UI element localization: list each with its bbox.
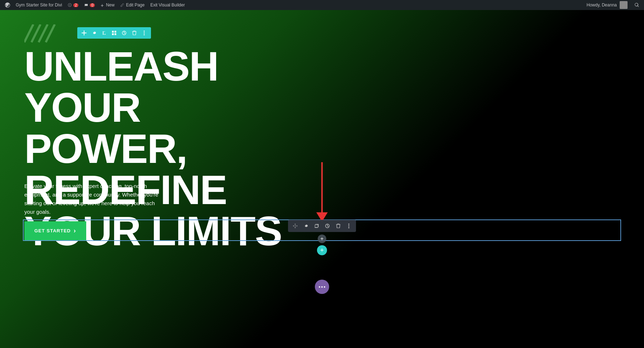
- section-settings-button[interactable]: [89, 28, 99, 38]
- svg-point-17: [321, 286, 323, 287]
- svg-rect-7: [114, 33, 116, 35]
- slash-marks-decoration: [24, 24, 57, 46]
- more-options-button[interactable]: [315, 280, 329, 294]
- wp-logo[interactable]: [2, 0, 13, 10]
- search-admin[interactable]: [632, 0, 642, 10]
- arrow-shaft: [321, 162, 323, 212]
- page-canvas: UNLEASH YOUR POWER, REDEFINE YOUR LIMITS…: [0, 10, 644, 348]
- new-content-menu[interactable]: + New: [98, 0, 117, 10]
- add-module-button[interactable]: +: [317, 245, 327, 255]
- svg-point-10: [144, 33, 145, 34]
- module-toolbar: [288, 220, 356, 232]
- updates-menu[interactable]: 2: [65, 0, 81, 10]
- module-more-button[interactable]: [344, 221, 354, 231]
- svg-point-9: [144, 31, 145, 32]
- site-name[interactable]: Gym Starter Site for Divi: [13, 0, 65, 10]
- howdy-user[interactable]: Howdy, Deanna: [584, 0, 631, 10]
- edit-page-link[interactable]: Edit Page: [117, 0, 147, 10]
- module-settings-button[interactable]: [301, 221, 311, 231]
- svg-point-14: [348, 226, 350, 227]
- module-delete-button[interactable]: [333, 221, 343, 231]
- admin-bar: Gym Starter Site for Divi 2 0 + New Edit…: [0, 0, 644, 10]
- section-more-button[interactable]: [140, 28, 149, 38]
- add-row-button[interactable]: +: [318, 235, 326, 243]
- svg-point-11: [144, 34, 145, 35]
- arrow-indicator: [316, 162, 328, 222]
- section-add-button[interactable]: [79, 28, 89, 38]
- section-duplicate-button[interactable]: [99, 28, 109, 38]
- section-delete-button[interactable]: [130, 28, 139, 38]
- module-move-button[interactable]: [290, 221, 300, 231]
- exit-visual-builder[interactable]: Exit Visual Builder: [147, 0, 188, 10]
- svg-rect-4: [112, 31, 114, 33]
- hero-headline: UNLEASH YOUR POWER, REDEFINE YOUR LIMITS: [24, 46, 303, 252]
- svg-point-16: [319, 286, 320, 287]
- svg-rect-5: [114, 31, 116, 33]
- svg-rect-6: [112, 33, 114, 35]
- module-duplicate-button[interactable]: [312, 221, 322, 231]
- section-toolbar: [77, 27, 151, 39]
- adminbar-right: Howdy, Deanna: [584, 0, 642, 10]
- svg-point-18: [324, 286, 325, 287]
- get-started-button[interactable]: GET STARTED ›: [24, 221, 86, 240]
- hero-subtext: Elevate your fitness with expert coachin…: [24, 182, 164, 216]
- svg-point-15: [348, 227, 350, 228]
- svg-point-13: [348, 224, 350, 225]
- comments-menu[interactable]: 0: [81, 0, 98, 10]
- section-toggle-button[interactable]: [119, 28, 129, 38]
- section-grid-button[interactable]: [109, 28, 119, 38]
- module-toggle-button[interactable]: [322, 221, 332, 231]
